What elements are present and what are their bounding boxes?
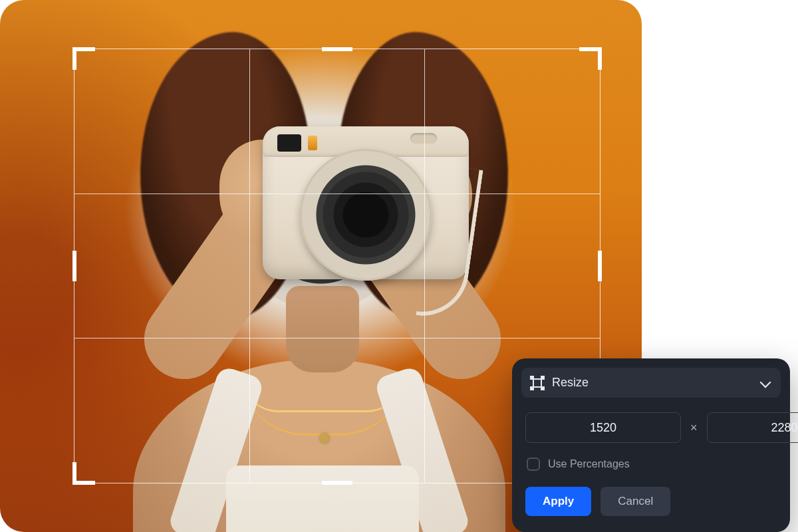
use-percentages-checkbox[interactable] <box>527 458 540 471</box>
apply-button[interactable]: Apply <box>525 487 591 516</box>
resize-panel: Resize × Use Percentages Apply Cancel <box>512 358 790 532</box>
resize-actions: Apply Cancel <box>521 475 781 519</box>
cancel-button[interactable]: Cancel <box>600 487 670 516</box>
resize-icon <box>531 376 544 390</box>
chevron-down-icon <box>759 377 771 389</box>
crop-handle-top[interactable] <box>322 47 352 51</box>
crop-handle-top-right[interactable] <box>598 47 602 70</box>
crop-handle-left[interactable] <box>72 251 76 281</box>
height-input[interactable] <box>707 412 798 443</box>
crop-handle-top-left[interactable] <box>72 47 76 70</box>
dimension-separator: × <box>690 421 698 435</box>
use-percentages-label: Use Percentages <box>548 458 630 470</box>
crop-handle-bottom[interactable] <box>322 481 352 485</box>
crop-handle-right[interactable] <box>598 251 602 281</box>
resize-panel-title: Resize <box>552 376 751 390</box>
width-input[interactable] <box>525 412 681 443</box>
resize-dimensions-row: × <box>521 398 781 448</box>
use-percentages-option[interactable]: Use Percentages <box>521 448 781 475</box>
resize-panel-header[interactable]: Resize <box>521 368 781 398</box>
crop-handle-bottom-left[interactable] <box>72 462 76 485</box>
